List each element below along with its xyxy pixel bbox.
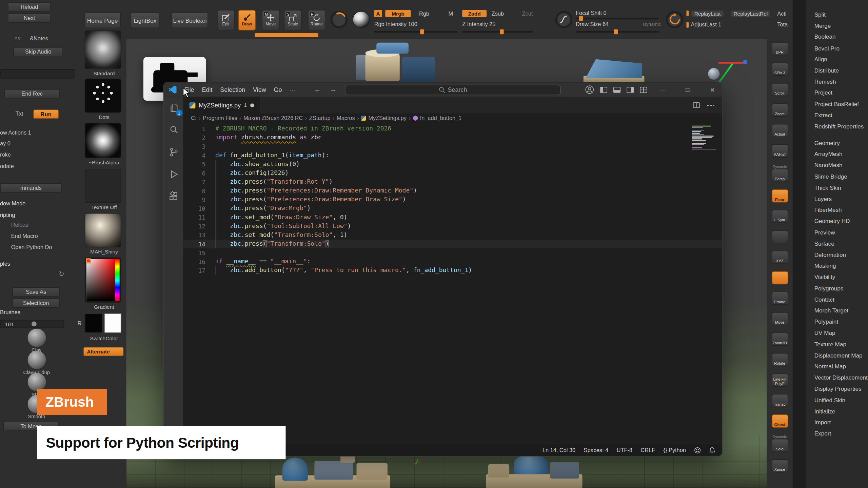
dots-thumbnail[interactable] [85, 79, 121, 113]
subpalette-vector-displacement[interactable]: Vector Displacement [814, 372, 867, 383]
subpalette-merge[interactable]: Merge [814, 20, 867, 31]
left-panel-mmands[interactable]: mmands [0, 183, 62, 192]
code-line[interactable]: 2import zbrush.commands as zbc [183, 133, 722, 142]
subpalette-masking[interactable]: Masking [814, 260, 867, 271]
subpalette-uv-map[interactable]: UV Map [814, 327, 867, 339]
move-button[interactable]: M Move [262, 10, 279, 30]
left-panel-selecticon[interactable]: SelectIcon [12, 298, 60, 308]
code-line[interactable]: 8 zbc.press("Preferences:Draw:Remember D… [183, 186, 722, 195]
subpalette-display-properties[interactable]: Display Properties [814, 383, 867, 394]
subpalette-polygroups[interactable]: Polygroups [814, 283, 867, 294]
action-label[interactable]: Acti [777, 11, 786, 17]
subpalette-deformation[interactable]: Deformation [814, 249, 867, 260]
xpose-button[interactable]: Xpose [770, 459, 790, 472]
standard-thumbnail[interactable] [85, 30, 121, 69]
subpalette-extract[interactable]: Extract [814, 109, 867, 121]
floor-button[interactable]: Floor [770, 189, 790, 202]
subpalette-polypaint[interactable]: Polypaint [814, 316, 867, 327]
solo-button[interactable]: DynamicSolo [770, 435, 790, 452]
replay-last-rel-button[interactable]: ReplayLastRel [731, 10, 771, 17]
refresh-icon[interactable]: ↻ [59, 270, 64, 278]
split-editor-icon[interactable] [693, 102, 700, 108]
brush-clay[interactable]: Clay [17, 329, 57, 353]
notifications-bell-icon[interactable] [709, 447, 715, 453]
breadcrumb-item[interactable]: C: [191, 115, 196, 121]
total-label[interactable]: Tota [777, 22, 788, 28]
status-item-ln-14-col-30[interactable]: Ln 14, Col 30 [542, 447, 575, 453]
maximize-button[interactable]: □ [678, 82, 697, 97]
run-debug-icon[interactable] [167, 169, 180, 180]
aahalf-button[interactable]: AAHalf [770, 144, 790, 158]
adjust-last-label[interactable]: AdjustLast 1 [691, 22, 722, 28]
white-swatch[interactable] [104, 313, 121, 333]
toolbar-slider-bar[interactable] [255, 33, 318, 37]
toggle-sidebar-icon[interactable] [600, 87, 607, 93]
shelf-button[interactable] [770, 230, 790, 243]
l-sym-button[interactable]: L.Sym [770, 210, 790, 223]
subpalette-geometry[interactable]: Geometry [814, 137, 867, 148]
subpalette-normal-map[interactable]: Normal Map [814, 361, 867, 372]
breadcrumb-item[interactable]: Macros [337, 115, 355, 121]
home-page-button[interactable]: Home Page [84, 12, 121, 28]
rgb-intensity-label[interactable]: Rgb Intensity 100 [374, 21, 417, 27]
subpalette-split[interactable]: Split [814, 9, 867, 20]
status-item-utf-8[interactable]: UTF-8 [617, 447, 632, 453]
left-panel-notes[interactable]: &Notes [30, 35, 48, 41]
left-panel-open-python-do[interactable]: Open Python Do [11, 244, 52, 250]
code-line[interactable]: 6 zbc.config(2026) [183, 169, 722, 178]
code-line[interactable]: 13 zbc.set_mod("Transform:Solo", 1) [183, 231, 722, 240]
tab-myzsettings[interactable]: MyZSettings.py 1 [183, 97, 260, 114]
subpalette-remesh[interactable]: Remesh [814, 76, 867, 87]
back-icon[interactable]: ← [314, 86, 321, 94]
subpalette-fibermesh[interactable]: FiberMesh [814, 204, 867, 216]
search-sidebar-icon[interactable] [167, 124, 180, 136]
black-swatch[interactable] [85, 313, 102, 333]
subpalette-distribute[interactable]: Distribute [814, 65, 867, 76]
source-control-icon[interactable] [167, 147, 180, 158]
subpalette-texture-map[interactable]: Texture Map [814, 339, 867, 350]
left-panel-dow-mode[interactable]: dow Mode [0, 200, 25, 206]
mrgb-toggle[interactable]: Mrgb [385, 10, 411, 17]
subpalette-redshift-properties[interactable]: Redshift Properties [814, 121, 867, 132]
left-panel-txt[interactable]: Txt [16, 111, 23, 117]
left-panel-ns[interactable]: ns [14, 35, 20, 41]
left-panel-reload[interactable]: Reload [11, 222, 29, 228]
toggle-secondary-sidebar-icon[interactable] [627, 87, 634, 93]
minimize-button[interactable]: ─ [653, 82, 672, 97]
code-line[interactable]: 5 zbc.show_actions(0) [183, 160, 722, 169]
subpalette-project[interactable]: Project [814, 87, 867, 98]
subpalette-contact[interactable]: Contact [814, 294, 867, 305]
editor[interactable]: 1# ZBRUSH MACRO - Recorded in ZBrush ver… [183, 122, 722, 444]
hue-bar[interactable] [115, 259, 120, 301]
bpr-button[interactable]: BPR [770, 42, 790, 55]
subpalette-layers[interactable]: Layers [814, 193, 867, 204]
breadcrumb-item[interactable]: Maxon ZBrush 2026 RC [243, 115, 303, 121]
run-button[interactable]: Run [33, 109, 59, 119]
minimap[interactable] [692, 126, 716, 149]
zadd-toggle[interactable]: Zadd [462, 10, 487, 17]
subpalette-unified-skin[interactable]: Unified Skin [814, 394, 867, 406]
transp-button[interactable]: Transp [770, 394, 790, 407]
code-line[interactable]: 11 zbc.set_mod("Draw:Draw Size", 0) [183, 213, 722, 222]
code-line[interactable]: 10 zbc.press("Draw:Mrgb") [183, 204, 722, 213]
status-item-python[interactable]: {} Python [664, 447, 686, 453]
zoom-button[interactable]: Zoom [770, 103, 790, 117]
alpha-icon[interactable] [353, 11, 370, 28]
brushalpha-thumbnail[interactable] [85, 123, 121, 158]
left-panel-r[interactable]: R [78, 320, 82, 326]
subpalette-export[interactable]: Export [814, 428, 867, 439]
switchcolor-thumbnail[interactable] [85, 313, 121, 334]
draw-size-slider[interactable] [576, 31, 659, 33]
code-line[interactable]: 3 [183, 142, 722, 151]
scale-button[interactable]: S Scale [284, 10, 302, 30]
actual-button[interactable]: Actual [770, 124, 790, 137]
zoom3d-button[interactable]: Zoom3D [770, 332, 790, 346]
stroke-icon[interactable] [331, 11, 348, 28]
subpalette-boolean[interactable]: Boolean [814, 31, 867, 42]
draw-button[interactable]: Draw [238, 10, 256, 30]
focal-shift-icon[interactable] [555, 11, 573, 28]
status-item-crlf[interactable]: CRLF [640, 447, 655, 453]
subpalette-arraymesh[interactable]: ArrayMesh [814, 148, 867, 160]
z-intensity-slider[interactable] [462, 31, 533, 33]
shelf-button[interactable] [770, 271, 790, 284]
